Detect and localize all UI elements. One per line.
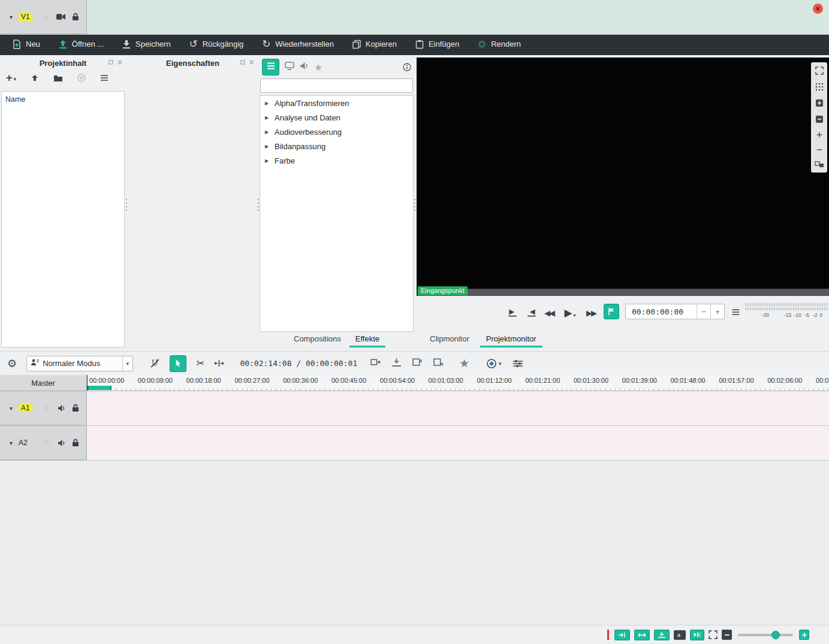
effect-category[interactable]: ▶Audioverbesserung [260,125,413,139]
effect-category[interactable]: ▶Bildanpassung [260,139,413,153]
new-button[interactable]: Neu [5,36,47,53]
fullscreen-icon[interactable] [709,630,718,639]
timeline-mode-normal-button[interactable] [614,630,630,640]
tab-effekte[interactable]: Effekte [349,332,385,347]
master-track-button[interactable]: Master [0,375,87,391]
dual-monitor-icon[interactable] [815,161,824,168]
timeline-mode-overwrite-button[interactable] [634,630,650,640]
set-zone-in-icon[interactable] [505,306,520,320]
delete-clip-icon[interactable] [77,74,86,82]
redo-button[interactable]: ↻ Wiederherstellen [254,36,341,53]
expand-icon[interactable]: ▶ [265,129,272,135]
speaker-icon[interactable] [58,404,65,412]
effect-category[interactable]: ▶Alpha/Transformieren [260,96,413,110]
effect-category[interactable]: ▶Farbe [260,153,413,168]
collapse-track-icon[interactable]: ▾ [10,440,13,446]
video-effects-icon[interactable] [285,62,294,73]
float-panel-icon[interactable] [240,60,245,65]
panel-splitter[interactable] [414,199,415,200]
zoom-slider-knob[interactable] [771,631,780,639]
expand-icon[interactable]: ▶ [265,158,272,164]
timecode-decrement-button[interactable]: − [697,304,710,319]
remove-guide-icon[interactable] [815,115,824,123]
timeline-mode-insert-button[interactable] [654,630,670,640]
speaker-icon[interactable] [58,439,65,447]
audio-thumbnails-toggle-icon[interactable]: a [674,630,686,640]
track-header-a1[interactable]: ▾ A1 ★ [0,391,87,425]
forward-icon[interactable]: ▶▶ [582,306,600,320]
delete-zone-icon[interactable] [433,358,444,369]
close-panel-icon[interactable] [117,60,122,65]
expand-icon[interactable]: ▶ [265,115,272,120]
track-effects-star-icon[interactable]: ★ [43,437,51,448]
open-button[interactable]: Öffnen ... [51,36,111,53]
adjust-sliders-icon[interactable] [513,359,523,368]
favorite-effects-star-icon[interactable]: ★ [459,356,469,370]
maximize-button[interactable] [793,3,804,14]
timeline-ruler[interactable]: 00:00:00:0000:00:09:0000:00:18:0000:00:2… [87,375,829,391]
monitor-seekbar[interactable] [417,289,829,296]
insert-zone-icon[interactable] [391,358,402,369]
audio-effects-icon[interactable] [300,62,309,72]
fit-zoom-button[interactable] [690,630,704,640]
favorite-effects-icon[interactable]: ★ [314,62,322,73]
playhead[interactable] [87,375,88,391]
collapse-track-icon[interactable]: ▾ [10,405,13,412]
effect-category[interactable]: ▶Analyse und Daten [260,110,413,125]
zoom-in-icon[interactable] [816,131,823,138]
save-button[interactable]: Speichern [114,36,178,53]
spacer-tool-icon[interactable] [214,359,224,367]
play-button[interactable]: ▶▾ [560,304,580,321]
lock-track-icon[interactable] [72,404,79,412]
add-marker-button[interactable] [604,304,619,319]
render-button[interactable]: Rendern [470,36,528,53]
extract-zone-icon[interactable] [412,358,423,369]
monitor-timecode[interactable]: 00:00:00:00 [626,304,697,319]
zoom-out-button[interactable] [722,630,732,640]
track-target-label[interactable]: A2 [19,439,28,447]
razor-tool-icon[interactable]: ✂ [196,357,204,370]
tab-clipmonitor[interactable]: Clipmonitor [424,332,475,347]
copy-button[interactable]: Kopieren [345,36,404,53]
timeline-zone-bar[interactable] [88,386,111,390]
set-zone-out-icon[interactable] [524,306,539,320]
float-panel-icon[interactable] [108,60,113,65]
expand-icon[interactable]: ▶ [265,101,272,106]
timecode-increment-button[interactable]: + [710,304,724,319]
tab-compositions[interactable]: Compositions [288,332,347,347]
close-button[interactable] [813,4,823,14]
keep-above-icon[interactable] [753,3,764,14]
zoom-slider[interactable] [738,630,793,640]
show-all-effects-button[interactable] [262,59,279,75]
track-lane-a1[interactable] [87,391,829,425]
track-target-label[interactable]: A1 [19,404,32,412]
effect-info-icon[interactable] [403,63,411,71]
panel-splitter[interactable] [258,199,259,200]
select-tool-button[interactable] [170,355,186,372]
monitor-menu-icon[interactable] [729,306,741,319]
undo-button[interactable]: ↺ Rückgängig [182,36,251,53]
panel-splitter[interactable] [126,199,127,200]
fullscreen-icon[interactable] [815,66,824,75]
bin-menu-icon[interactable] [100,74,108,81]
timeline-settings-gear-icon[interactable]: ⚙ [7,357,17,370]
create-folder-icon[interactable] [53,74,63,82]
bin-column-name[interactable]: Name [2,92,124,106]
track-lane-a2[interactable] [87,426,829,460]
track-header-a2[interactable]: ▾ A2 ★ [0,426,87,460]
zoom-in-button[interactable] [799,630,809,640]
expand-icon[interactable]: ▶ [265,144,272,149]
tab-projektmonitor[interactable]: Projektmonitor [480,332,542,347]
rewind-icon[interactable]: ◀◀ [540,306,558,320]
zoom-out-icon[interactable] [816,146,823,153]
go-up-icon[interactable] [31,74,39,82]
minimize-button[interactable] [773,3,784,14]
close-panel-icon[interactable] [249,60,254,65]
track-effects-star-icon[interactable]: ★ [43,403,51,413]
add-clip-button[interactable]: +▾ [6,73,16,83]
grid-icon[interactable] [815,83,824,91]
lock-track-icon[interactable] [72,439,79,447]
scope-color-icon[interactable]: ▾ [486,358,502,369]
monitor-video-area[interactable] [417,58,829,289]
effects-search-input[interactable] [260,78,413,93]
